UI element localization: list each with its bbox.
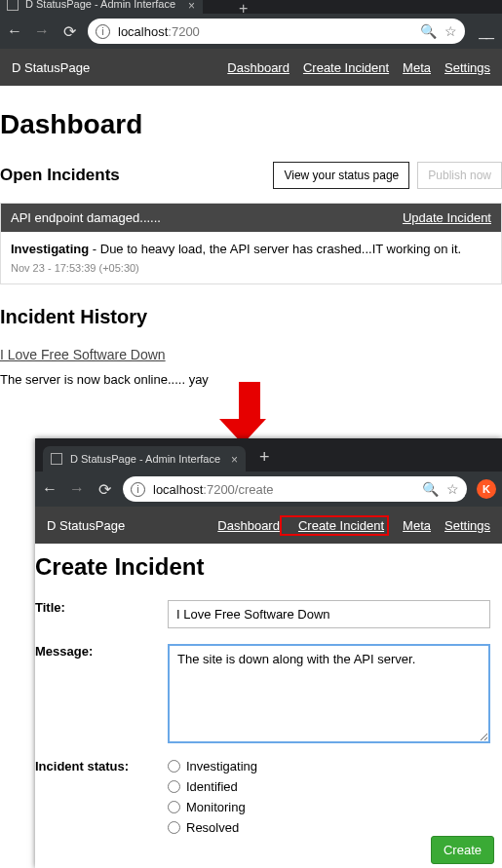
url-rest-2: :7200/create bbox=[203, 482, 273, 497]
browser-window-2: D StatusPage - Admin Interface × + ← → ⟳… bbox=[35, 438, 502, 868]
message-label: Message: bbox=[35, 644, 168, 743]
incident-status: Investigating bbox=[11, 242, 89, 256]
bookmark-icon[interactable]: ☆ bbox=[446, 481, 459, 497]
brand-title: D StatusPage bbox=[12, 60, 213, 75]
url-text-2: localhost:7200/create bbox=[153, 482, 414, 497]
radio-resolved[interactable] bbox=[168, 821, 180, 834]
browser-tab-2[interactable]: D StatusPage - Admin Interface × bbox=[43, 446, 246, 472]
update-incident-link[interactable]: Update Incident bbox=[403, 210, 491, 225]
tab-bar: D StatusPage - Admin Interface × + bbox=[0, 0, 502, 14]
nav-create-incident[interactable]: Create Incident bbox=[303, 60, 389, 75]
forward-icon[interactable]: → bbox=[68, 480, 86, 498]
title-label: Title: bbox=[35, 600, 168, 628]
close-tab-icon[interactable]: × bbox=[188, 0, 195, 13]
history-item-link[interactable]: I Love Free Software Down bbox=[0, 347, 166, 362]
new-tab-icon[interactable]: + bbox=[251, 447, 278, 472]
tab-title: D StatusPage - Admin Interface bbox=[25, 0, 175, 10]
page-favicon-icon bbox=[7, 0, 19, 11]
radio-investigating[interactable] bbox=[168, 760, 180, 773]
incident-title: API endpoint damaged...... bbox=[11, 210, 403, 225]
reload-icon[interactable]: ⟳ bbox=[96, 480, 113, 499]
dashboard-page: Dashboard Open Incidents View your statu… bbox=[0, 86, 502, 387]
app-navbar: D StatusPage Dashboard Create Incident M… bbox=[0, 49, 502, 86]
app-navbar-2: D StatusPage Dashboard Create Incident M… bbox=[35, 507, 502, 544]
browser-toolbar: ← → ⟳ i localhost:7200 🔍 ☆ __ bbox=[0, 14, 502, 49]
address-bar-2[interactable]: i localhost:7200/create 🔍 ☆ bbox=[123, 476, 467, 502]
incident-card: API endpoint damaged...... Update Incide… bbox=[0, 203, 502, 284]
radio-label: Identified bbox=[186, 779, 238, 794]
tab-bar-2: D StatusPage - Admin Interface × + bbox=[35, 438, 502, 472]
page-title: Dashboard bbox=[0, 109, 502, 140]
annotation-arrow-icon bbox=[232, 382, 266, 444]
nav-settings[interactable]: Settings bbox=[444, 60, 490, 75]
status-option-investigating[interactable]: Investigating bbox=[168, 759, 490, 774]
status-option-monitoring[interactable]: Monitoring bbox=[168, 800, 490, 814]
url-host: localhost bbox=[118, 24, 168, 39]
status-option-resolved[interactable]: Resolved bbox=[168, 820, 490, 835]
incident-header: API endpoint damaged...... Update Incide… bbox=[1, 204, 501, 232]
address-bar[interactable]: i localhost:7200 🔍 ☆ bbox=[88, 19, 465, 44]
nav-dashboard-2[interactable]: Dashboard bbox=[217, 518, 280, 533]
create-incident-page: Create Incident Title: Message: Incident… bbox=[35, 544, 502, 868]
incident-history-heading: Incident History bbox=[0, 306, 502, 328]
nav-create-incident-2[interactable]: Create Incident bbox=[298, 518, 384, 533]
nav-dashboard[interactable]: Dashboard bbox=[227, 60, 290, 75]
url-host-2: localhost bbox=[153, 482, 203, 497]
browser-toolbar-2: ← → ⟳ i localhost:7200/create 🔍 ☆ K bbox=[35, 472, 502, 507]
browser-tab[interactable]: D StatusPage - Admin Interface × bbox=[0, 0, 203, 14]
highlight-box: Create Incident bbox=[280, 515, 389, 536]
profile-avatar[interactable]: K bbox=[477, 479, 496, 499]
search-icon[interactable]: 🔍 bbox=[422, 481, 439, 497]
status-label: Incident status: bbox=[35, 759, 168, 841]
status-row: Incident status: Investigating Identifie… bbox=[35, 759, 490, 841]
incident-body: Investigating - Due to heavy load, the A… bbox=[1, 232, 501, 283]
title-input[interactable] bbox=[168, 600, 490, 628]
page-favicon-icon bbox=[51, 453, 62, 465]
radio-label: Investigating bbox=[186, 759, 257, 774]
status-radio-group: Investigating Identified Monitoring Reso… bbox=[168, 759, 490, 841]
url-text: localhost:7200 bbox=[118, 24, 412, 39]
site-info-icon[interactable]: i bbox=[96, 24, 110, 39]
reload-icon[interactable]: ⟳ bbox=[60, 22, 78, 41]
nav-settings-2[interactable]: Settings bbox=[444, 518, 490, 533]
radio-label: Resolved bbox=[186, 820, 239, 835]
new-tab-icon[interactable]: + bbox=[239, 0, 248, 18]
brand-title-2: D StatusPage bbox=[47, 518, 204, 533]
open-incidents-heading: Open Incidents bbox=[0, 166, 273, 185]
radio-label: Monitoring bbox=[186, 800, 246, 814]
title-row: Title: bbox=[35, 600, 490, 628]
status-option-identified[interactable]: Identified bbox=[168, 779, 490, 794]
open-incidents-header: Open Incidents View your status page Pub… bbox=[0, 162, 502, 189]
site-info-icon[interactable]: i bbox=[131, 482, 145, 497]
bookmark-icon[interactable]: ☆ bbox=[444, 23, 457, 39]
publish-now-button[interactable]: Publish now bbox=[417, 162, 502, 189]
back-icon[interactable]: ← bbox=[41, 480, 58, 498]
back-icon[interactable]: ← bbox=[6, 22, 23, 40]
incident-message: - Due to heavy load, the API server has … bbox=[89, 242, 461, 256]
nav-meta[interactable]: Meta bbox=[403, 60, 431, 75]
search-icon[interactable]: 🔍 bbox=[420, 23, 437, 39]
create-button[interactable]: Create bbox=[431, 836, 494, 864]
message-textarea[interactable] bbox=[168, 644, 490, 743]
url-port: :7200 bbox=[168, 24, 200, 39]
tab-title-2: D StatusPage - Admin Interface bbox=[70, 453, 220, 465]
browser-window-1: D StatusPage - Admin Interface × + ← → ⟳… bbox=[0, 0, 502, 395]
radio-monitoring[interactable] bbox=[168, 801, 180, 813]
view-status-page-button[interactable]: View your status page bbox=[273, 162, 409, 189]
minimize-icon[interactable]: __ bbox=[475, 22, 496, 40]
close-tab-icon[interactable]: × bbox=[231, 453, 238, 467]
radio-identified[interactable] bbox=[168, 780, 180, 793]
nav-meta-2[interactable]: Meta bbox=[403, 518, 431, 533]
message-row: Message: bbox=[35, 644, 490, 743]
create-heading: Create Incident bbox=[35, 553, 490, 581]
incident-timestamp: Nov 23 - 17:53:39 (+05:30) bbox=[11, 262, 491, 274]
forward-icon[interactable]: → bbox=[33, 22, 51, 40]
